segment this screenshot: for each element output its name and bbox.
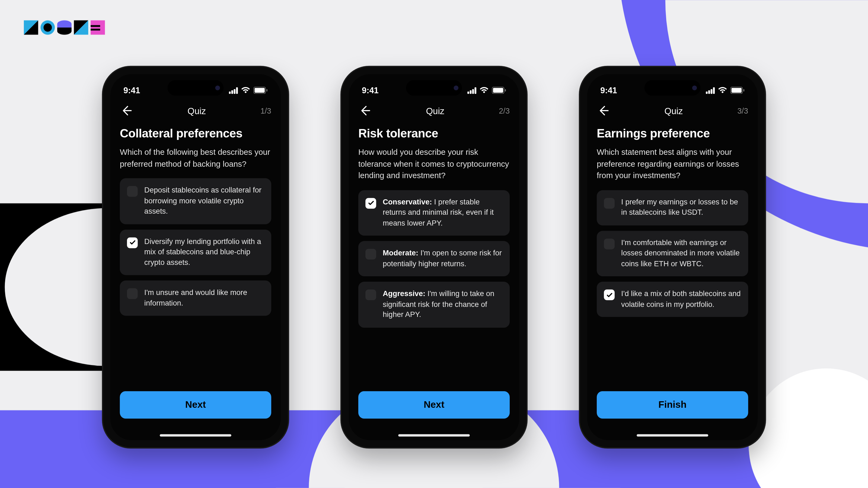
svg-rect-1 xyxy=(254,88,265,93)
nav-bar: Quiz 1/3 xyxy=(111,98,281,123)
svg-rect-4 xyxy=(493,88,503,93)
checkbox-checked-icon[interactable] xyxy=(604,290,615,300)
wifi-icon xyxy=(718,87,727,94)
quiz-option[interactable]: Diversify my lending portfolio with a mi… xyxy=(120,229,271,275)
quiz-option[interactable]: I prefer my earnings or losses to be in … xyxy=(597,190,748,225)
quiz-option[interactable]: I'm comfortable with earnings or losses … xyxy=(597,231,748,276)
cta-wrap: Next xyxy=(111,391,281,431)
logo-glyph xyxy=(74,20,88,35)
primary-button[interactable]: Finish xyxy=(597,391,748,419)
camera-dot-icon xyxy=(692,86,697,90)
svg-rect-2 xyxy=(267,89,267,92)
brand-logo xyxy=(24,20,105,35)
cellular-icon xyxy=(467,87,476,94)
home-indicator xyxy=(398,434,470,436)
status-icons xyxy=(229,87,268,94)
phone-screen: 9:41 Quiz 3/3 Earnings preference Which … xyxy=(587,74,758,440)
status-time: 9:41 xyxy=(362,86,379,95)
cta-wrap: Next xyxy=(349,391,520,431)
camera-dot-icon xyxy=(454,86,459,90)
primary-button[interactable]: Next xyxy=(358,391,510,419)
quiz-subtext: Which statement best aligns with your pr… xyxy=(597,147,748,182)
phone-screen: 9:41 Quiz 1/3 Collateral preferences Whi… xyxy=(111,74,281,440)
phone-mockup: 9:41 Quiz 2/3 Risk tolerance How would y… xyxy=(341,67,526,447)
back-button[interactable] xyxy=(120,104,133,118)
nav-title: Quiz xyxy=(664,105,683,116)
cellular-icon xyxy=(229,87,238,94)
checkbox-icon[interactable] xyxy=(127,186,138,197)
wifi-icon xyxy=(479,87,489,94)
quiz-content: Collateral preferences Which of the foll… xyxy=(111,123,281,391)
nav-bar: Quiz 3/3 xyxy=(587,98,758,123)
battery-icon xyxy=(730,87,745,94)
camera-dot-icon xyxy=(215,86,220,90)
quiz-option[interactable]: Conservative: I prefer stable returns an… xyxy=(358,190,510,236)
checkbox-icon[interactable] xyxy=(604,238,615,249)
svg-rect-5 xyxy=(505,89,506,92)
phone-mockup: 9:41 Quiz 1/3 Collateral preferences Whi… xyxy=(103,67,288,447)
logo-glyph xyxy=(91,20,105,35)
checkbox-icon[interactable] xyxy=(365,290,376,300)
wifi-icon xyxy=(241,87,250,94)
quiz-subtext: Which of the following best describes yo… xyxy=(120,147,271,170)
nav-title: Quiz xyxy=(187,105,206,116)
nav-title: Quiz xyxy=(426,105,444,116)
home-indicator xyxy=(637,434,708,436)
status-time: 9:41 xyxy=(600,86,617,95)
phone-mockup: 9:41 Quiz 3/3 Earnings preference Which … xyxy=(580,67,765,447)
battery-icon xyxy=(492,87,506,94)
option-text: Diversify my lending portfolio with a mi… xyxy=(144,237,264,268)
status-time: 9:41 xyxy=(123,86,140,95)
option-text: Moderate: I'm open to some risk for pote… xyxy=(383,248,503,269)
nav-bar: Quiz 2/3 xyxy=(349,98,520,123)
logo-glyph xyxy=(24,20,38,35)
quiz-option[interactable]: Moderate: I'm open to some risk for pote… xyxy=(358,241,510,276)
status-icons xyxy=(706,87,745,94)
option-text: I'm unsure and would like more informati… xyxy=(144,288,264,308)
logo-glyph xyxy=(40,20,55,35)
dynamic-island xyxy=(167,80,224,96)
quiz-heading: Collateral preferences xyxy=(120,127,271,141)
cellular-icon xyxy=(706,87,715,94)
quiz-heading: Risk tolerance xyxy=(358,127,510,141)
option-text: I'd like a mix of both stablecoins and v… xyxy=(621,289,741,310)
checkbox-checked-icon[interactable] xyxy=(127,237,138,248)
primary-button[interactable]: Next xyxy=(120,391,271,419)
option-text: Aggressive: I'm willing to take on signi… xyxy=(383,289,503,321)
canvas: 9:41 Quiz 1/3 Collateral preferences Whi… xyxy=(0,0,868,488)
quiz-option[interactable]: I'd like a mix of both stablecoins and v… xyxy=(597,282,748,317)
quiz-content: Earnings preference Which statement best… xyxy=(587,123,758,391)
step-counter: 2/3 xyxy=(499,106,510,115)
option-text: Conservative: I prefer stable returns an… xyxy=(383,197,503,229)
step-counter: 1/3 xyxy=(260,106,271,115)
checkbox-icon[interactable] xyxy=(365,249,376,260)
quiz-option[interactable]: Aggressive: I'm willing to take on signi… xyxy=(358,282,510,327)
quiz-heading: Earnings preference xyxy=(597,127,748,141)
option-text: I prefer my earnings or losses to be in … xyxy=(621,197,741,218)
logo-glyph xyxy=(57,20,72,35)
svg-rect-7 xyxy=(732,88,742,93)
checkbox-icon[interactable] xyxy=(604,198,615,208)
cta-wrap: Finish xyxy=(587,391,758,431)
back-button[interactable] xyxy=(597,104,610,118)
checkbox-checked-icon[interactable] xyxy=(365,198,376,208)
quiz-option[interactable]: Deposit stablecoins as collateral for bo… xyxy=(120,178,271,224)
checkbox-icon[interactable] xyxy=(127,289,138,299)
quiz-content: Risk tolerance How would you describe yo… xyxy=(349,123,520,391)
phone-screen: 9:41 Quiz 2/3 Risk tolerance How would y… xyxy=(349,74,520,440)
home-indicator xyxy=(160,434,231,436)
dynamic-island xyxy=(645,80,701,96)
battery-icon xyxy=(253,87,268,94)
status-icons xyxy=(467,87,506,94)
step-counter: 3/3 xyxy=(737,106,748,115)
quiz-subtext: How would you describe your risk toleran… xyxy=(358,147,510,182)
option-text: Deposit stablecoins as collateral for bo… xyxy=(144,186,264,217)
svg-rect-8 xyxy=(744,89,744,92)
quiz-option[interactable]: I'm unsure and would like more informati… xyxy=(120,281,271,316)
dynamic-island xyxy=(406,80,462,96)
back-button[interactable] xyxy=(358,104,371,118)
option-text: I'm comfortable with earnings or losses … xyxy=(621,238,741,269)
